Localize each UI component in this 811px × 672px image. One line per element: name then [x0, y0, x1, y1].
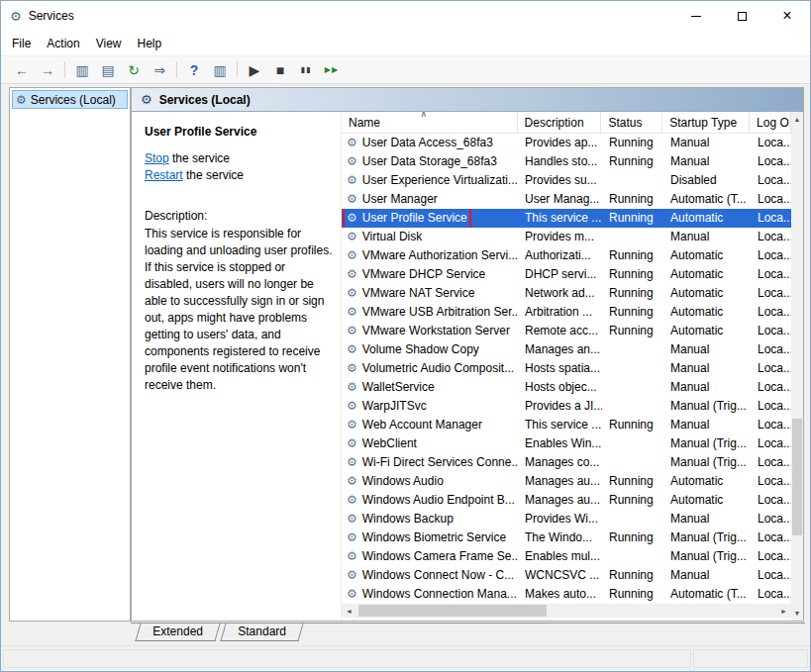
- service-name: Windows Camera Frame Se...: [362, 547, 518, 566]
- stop-service-link[interactable]: Stop: [145, 151, 169, 165]
- service-row[interactable]: ⚙WebClientEnables Win...Manual (Trig...L…: [342, 434, 791, 453]
- vertical-scroll-thumb[interactable]: [792, 419, 802, 535]
- service-name-cell: ⚙Wi-Fi Direct Services Conne...: [342, 453, 518, 472]
- service-description: Arbitration ...: [518, 303, 602, 322]
- description-label: Description:: [145, 209, 331, 223]
- service-row[interactable]: ⚙VMware DHCP ServiceDHCP servi...Running…: [342, 265, 791, 284]
- title-bar[interactable]: ⚙ Services ×: [1, 1, 810, 31]
- restart-service-button[interactable]: ▶▶: [320, 58, 344, 81]
- service-row[interactable]: ⚙Volumetric Audio Composit...Hosts spati…: [342, 359, 791, 378]
- service-name: Wi-Fi Direct Services Conne...: [362, 453, 518, 472]
- service-row[interactable]: ⚙VMware Workstation ServerRemote acc...R…: [342, 322, 791, 340]
- tab-extended[interactable]: Extended: [135, 624, 220, 641]
- service-description: Network ad...: [518, 284, 602, 303]
- service-row[interactable]: ⚙User ManagerUser Manag...RunningAutomat…: [342, 190, 791, 209]
- back-button[interactable]: ←: [10, 58, 34, 81]
- service-gear-icon: ⚙: [347, 134, 357, 152]
- stop-service-button[interactable]: ■: [268, 58, 292, 81]
- service-log-on-as: Loca...: [751, 453, 791, 472]
- service-row[interactable]: ⚙Windows Camera Frame Se...Enables mul..…: [342, 547, 791, 566]
- horizontal-scrollbar[interactable]: ◄ ►: [342, 604, 791, 618]
- service-row[interactable]: ⚙User Data Storage_68fa3Handles sto...Ru…: [342, 152, 791, 171]
- vertical-scrollbar[interactable]: ▲ ▼: [791, 112, 803, 621]
- service-log-on-as: Loca...: [751, 434, 791, 453]
- vertical-scroll-track[interactable]: [791, 127, 803, 606]
- service-row[interactable]: ⚙VMware USB Arbitration Ser...Arbitratio…: [342, 303, 791, 322]
- service-startup-type: Manual (Trig...: [663, 547, 751, 566]
- service-gear-icon: ⚙: [347, 510, 357, 528]
- service-description: Provides Wi...: [518, 510, 602, 528]
- column-header-description[interactable]: Description: [518, 112, 602, 133]
- column-header-startup-type[interactable]: Startup Type: [662, 112, 750, 133]
- service-log-on-as: Loca...: [751, 134, 791, 152]
- service-row[interactable]: ⚙Windows Audio Endpoint B...Manages au..…: [342, 491, 791, 510]
- column-header-status[interactable]: Status: [601, 112, 662, 133]
- properties-button[interactable]: ▤: [96, 58, 120, 81]
- service-name-cell: ⚙WalletService: [342, 378, 518, 397]
- refresh-button[interactable]: ↻: [122, 58, 146, 81]
- show-console-tree-button[interactable]: ▥: [70, 58, 94, 81]
- service-log-on-as: Loca...: [751, 528, 791, 547]
- menu-help[interactable]: Help: [130, 33, 170, 54]
- service-status: Running: [602, 472, 663, 491]
- service-status: [602, 453, 663, 472]
- scroll-down-button[interactable]: ▼: [791, 606, 803, 621]
- horizontal-scroll-track[interactable]: [356, 604, 776, 618]
- service-row[interactable]: ⚙Windows Connection Mana...Makes auto...…: [342, 585, 791, 604]
- service-row[interactable]: ⚙Windows Biometric ServiceThe Windo...Ru…: [342, 528, 791, 547]
- services-app-icon: ⚙: [10, 9, 22, 24]
- service-row[interactable]: ⚙User Profile ServiceThis service ...Run…: [342, 209, 791, 228]
- menu-file[interactable]: File: [4, 33, 39, 54]
- forward-button[interactable]: →: [36, 58, 59, 81]
- minimize-button[interactable]: [673, 1, 719, 31]
- service-row[interactable]: ⚙Windows BackupProvides Wi...ManualLoca.…: [342, 510, 791, 528]
- maximize-button[interactable]: [719, 1, 764, 31]
- service-startup-type: Manual: [663, 340, 751, 359]
- scroll-left-button[interactable]: ◄: [342, 604, 356, 618]
- service-row[interactable]: ⚙WalletServiceHosts objec...ManualLoca..…: [342, 378, 791, 397]
- close-button[interactable]: ×: [764, 1, 810, 31]
- service-row[interactable]: ⚙Web Account ManagerThis service ...Runn…: [342, 416, 791, 434]
- service-gear-icon: ⚙: [347, 209, 357, 228]
- service-name-wrap: ⚙Windows Camera Frame Se...: [345, 547, 518, 566]
- service-status: [602, 510, 663, 528]
- export-list-button[interactable]: ⇒: [148, 58, 171, 81]
- service-status: Running: [602, 265, 663, 284]
- restart-service-link[interactable]: Restart: [145, 168, 183, 182]
- service-row[interactable]: ⚙Windows Connect Now - C...WCNCSVC ...Ru…: [342, 566, 791, 585]
- service-row[interactable]: ⚙Volume Shadow CopyManages an...ManualLo…: [342, 340, 791, 359]
- pause-service-button[interactable]: ▮▮: [294, 58, 318, 81]
- menu-action[interactable]: Action: [39, 33, 87, 54]
- restart-service-suffix: the service: [183, 168, 244, 182]
- service-name-wrap: ⚙Windows Audio Endpoint B...: [345, 491, 517, 510]
- service-row[interactable]: ⚙Wi-Fi Direct Services Conne...Manages c…: [342, 453, 791, 472]
- column-header-log-o[interactable]: Log O: [750, 112, 791, 133]
- horizontal-scroll-thumb[interactable]: [358, 605, 547, 617]
- service-status: Running: [602, 246, 663, 265]
- service-name-wrap: ⚙WalletService: [345, 378, 437, 397]
- service-gear-icon: ⚙: [347, 322, 357, 340]
- help-button[interactable]: ?: [182, 58, 206, 81]
- service-row[interactable]: ⚙User Data Access_68fa3Provides ap...Run…: [342, 134, 791, 152]
- service-row[interactable]: ⚙Windows AudioManages au...RunningAutoma…: [342, 472, 791, 491]
- service-startup-type: Automatic: [663, 303, 751, 322]
- start-service-button[interactable]: ▶: [243, 58, 266, 81]
- services-header-icon: ⚙: [141, 92, 152, 107]
- show-action-pane-button[interactable]: ▥: [208, 58, 232, 81]
- scroll-right-button[interactable]: ►: [776, 604, 791, 618]
- tree-item-services-local[interactable]: ⚙ Services (Local): [12, 90, 128, 109]
- service-row[interactable]: ⚙VMware NAT ServiceNetwork ad...RunningA…: [342, 284, 791, 303]
- column-header-name[interactable]: Name∧: [342, 112, 518, 133]
- service-startup-type: Automatic: [663, 265, 751, 284]
- service-row[interactable]: ⚙WarpJITSvcProvides a JI...Manual (Trig.…: [342, 397, 791, 416]
- service-status: Running: [602, 491, 663, 510]
- menu-view[interactable]: View: [88, 33, 130, 54]
- service-row[interactable]: ⚙VMware Authorization Servi...Authorizat…: [342, 246, 791, 265]
- stop-service-line: Stop the service: [145, 151, 331, 165]
- tab-standard[interactable]: Standard: [220, 624, 303, 641]
- service-row[interactable]: ⚙Virtual DiskProvides m...ManualLoca...: [342, 228, 791, 246]
- scroll-up-button[interactable]: ▲: [791, 112, 803, 127]
- service-row[interactable]: ⚙User Experience Virtualizati...Provides…: [342, 171, 791, 190]
- service-description: Manages au...: [518, 491, 602, 510]
- service-description: Manages au...: [518, 472, 602, 491]
